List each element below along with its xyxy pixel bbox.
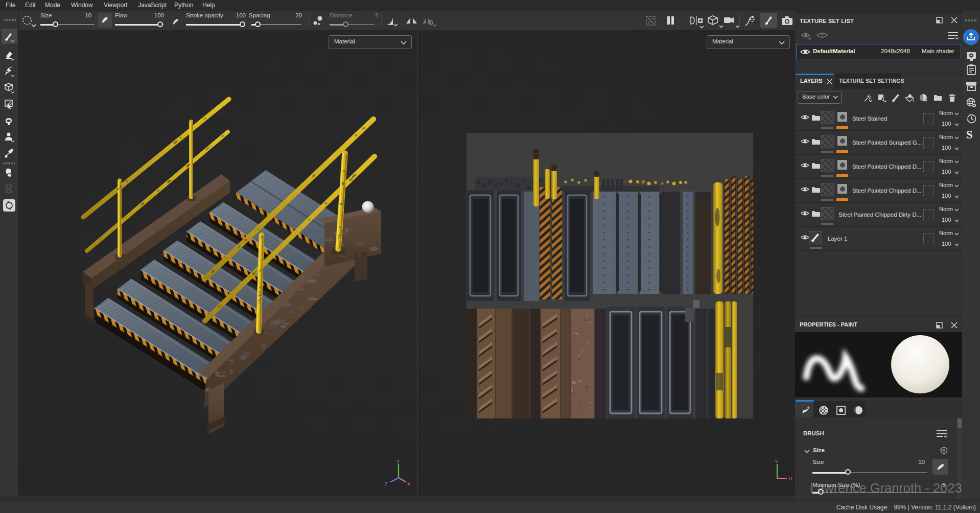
svg-text:V: V (775, 459, 778, 464)
svg-text:X: X (407, 481, 410, 486)
svg-text:1: 1 (821, 33, 824, 38)
svg-text:Z: Z (385, 481, 388, 486)
svg-text:Y: Y (396, 459, 400, 464)
svg-text:U: U (789, 476, 792, 481)
